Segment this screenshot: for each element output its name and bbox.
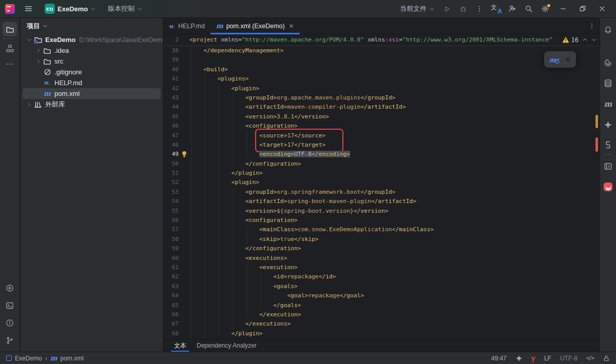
code-line[interactable]: 58 <skip>true</skip> (164, 235, 600, 244)
ai-assistant-status[interactable] (515, 355, 523, 362)
stripe-button-more-icon[interactable] (3, 57, 17, 71)
stripe-button-maven-grey-icon[interactable]: m (602, 97, 615, 111)
editor-view-tab[interactable]: Dependency Analyzer (191, 339, 262, 352)
code-line[interactable]: 40 <build> (164, 65, 600, 74)
tree-item-ExeDemo[interactable]: ExeDemoD:\WorkSpace\Java\ExeDemo (21, 34, 163, 45)
main-menu-button[interactable] (21, 2, 35, 15)
sticky-line[interactable]: 2 <project xmlns="http://maven.apache.or… (164, 34, 600, 46)
stripe-button-services-icon[interactable] (3, 281, 17, 295)
tree-item-pom.xml[interactable]: mpom.xml (21, 88, 163, 99)
caret-position[interactable]: 49:47 (491, 355, 507, 362)
code-line[interactable]: 69 </plugins> (164, 338, 600, 339)
stripe-button-endpoints-icon[interactable] (602, 138, 615, 151)
editor-tab-HELP.md[interactable]: M↓HELP.md (164, 18, 210, 34)
run-button[interactable] (439, 2, 454, 15)
editor-view-tab[interactable]: 文本 (169, 339, 191, 352)
code-line[interactable]: 38 </dependencyManagement> (164, 46, 600, 55)
code-line[interactable]: 57 <mainClass>com.snow.ExeDemoApplicatio… (164, 225, 600, 234)
code-line[interactable]: 39 (164, 55, 600, 65)
encoding-widget[interactable]: UTF-8 (560, 355, 578, 362)
debug-button[interactable] (456, 2, 470, 15)
code-line[interactable]: 61 <execution> (164, 263, 600, 272)
more-actions-button[interactable] (472, 2, 487, 15)
restore-button[interactable] (574, 2, 591, 15)
code-with-me-button[interactable] (505, 2, 519, 15)
code-line[interactable]: 47 <source>17</source> (164, 131, 600, 140)
vcs-widget[interactable]: 版本控制 (105, 3, 145, 15)
code-line[interactable]: 41 <plugins> (164, 74, 600, 84)
line-number: 55 (164, 207, 179, 216)
tree-item-.gitignore[interactable]: .gitignore (21, 67, 163, 77)
code-line[interactable]: 50 </configuration> (164, 159, 600, 169)
code-line[interactable]: 67 </executions> (164, 319, 600, 329)
code-line[interactable]: 56 <configuration> (164, 216, 600, 225)
breadcrumb-file[interactable]: pom.xml (60, 355, 83, 362)
prev-warning-button[interactable] (582, 37, 588, 43)
code-line[interactable]: 45 <version>3.8.1</version> (164, 112, 600, 122)
run-configuration-widget[interactable]: 当前文件 (397, 3, 437, 15)
tab-close-icon[interactable]: ✕ (289, 23, 294, 30)
chevron-right-icon[interactable] (34, 57, 43, 66)
editor-tab-pom.xml[interactable]: mpom.xml (ExeDemo)✕ (210, 18, 300, 34)
stripe-button-git-branch-icon[interactable] (3, 333, 17, 348)
stripe-button-lingma-icon[interactable] (602, 181, 615, 194)
line-ending-widget[interactable]: LF (544, 355, 551, 362)
code-line[interactable]: 49 <encoding>UTF-8</encoding> (164, 150, 600, 159)
translate-button[interactable]: 文A (489, 2, 503, 15)
tree-item-src[interactable]: src (21, 56, 163, 67)
editor-area: M↓HELP.mdmpom.xml (ExeDemo)✕ 2 <project … (164, 18, 600, 352)
inspections-widget[interactable]: 16 (562, 34, 596, 45)
code-line[interactable]: 63 <goals> (164, 282, 600, 291)
settings-button[interactable] (538, 2, 552, 15)
stripe-button-bell-icon[interactable] (602, 23, 615, 36)
chevron-right-icon[interactable] (34, 47, 43, 55)
project-panel-header[interactable]: 项目 (21, 18, 163, 34)
tab-options-button[interactable] (584, 18, 600, 34)
code-line[interactable]: 65 </goals> (164, 301, 600, 310)
code-line[interactable]: 43 <groupId>org.apache.maven.plugins</gr… (164, 93, 600, 103)
left-tool-stripe (0, 18, 20, 352)
tree-item-[interactable]: 外部库 (21, 99, 163, 110)
git-branch-icon (6, 336, 14, 345)
code-line[interactable]: 59 </configuration> (164, 244, 600, 253)
chevron-right-icon[interactable] (25, 100, 33, 109)
code-line[interactable]: 51 </plugin> (164, 169, 600, 178)
code-editor[interactable]: m 38 </dependencyManagement>3940 <build>… (164, 46, 600, 339)
stripe-button-folder-icon[interactable] (3, 22, 17, 36)
write-access-widget[interactable] (603, 355, 610, 362)
plugin-y-status[interactable]: y (531, 354, 535, 362)
project-widget[interactable]: ED ExeDemo (42, 2, 99, 15)
code-line[interactable]: 48 <target>17</target> (164, 140, 600, 150)
code-line[interactable]: 55 <version>${spring-boot.version}</vers… (164, 207, 600, 216)
code-line[interactable]: 60 <executions> (164, 254, 600, 263)
stripe-button-book-icon[interactable]: A (602, 159, 615, 173)
project-tree: ExeDemoD:\WorkSpace\Java\ExeDemo.ideasrc… (21, 34, 163, 110)
intention-bulb-icon[interactable] (181, 150, 189, 158)
stripe-button-spring-icon[interactable] (602, 56, 615, 69)
code-line[interactable]: 52 <plugin> (164, 178, 600, 187)
minimize-button[interactable] (554, 2, 572, 15)
tree-item-.idea[interactable]: .idea (21, 45, 163, 56)
stripe-button-problems-icon[interactable] (3, 316, 17, 330)
stripe-button-structure-icon[interactable] (3, 41, 17, 55)
next-warning-button[interactable] (591, 37, 596, 43)
stripe-button-ai-star-icon[interactable] (602, 118, 615, 131)
code-line[interactable]: 42 <plugin> (164, 84, 600, 93)
search-everywhere-button[interactable] (522, 2, 536, 15)
code-line[interactable]: 54 <artifactId>spring-boot-maven-plugin<… (164, 197, 600, 206)
code-line[interactable]: 64 <goal>repackage</goal> (164, 291, 600, 300)
code-line[interactable]: 53 <groupId>org.springframework.boot</gr… (164, 188, 600, 197)
chevron-down-icon[interactable] (25, 36, 33, 44)
code-line[interactable]: 68 </plugin> (164, 329, 600, 338)
highlighting-level-widget[interactable]: </> (586, 355, 594, 361)
tree-item-HELP.md[interactable]: M↓HELP.md (21, 77, 163, 88)
code-line[interactable]: 66 </execution> (164, 310, 600, 319)
code-line[interactable]: 46 <configuration> (164, 122, 600, 131)
code-line[interactable]: 44 <artifactId>maven-compiler-plugin</ar… (164, 103, 600, 112)
stripe-button-terminal-icon[interactable] (3, 298, 17, 313)
stripe-button-database-icon[interactable] (602, 76, 615, 90)
breadcrumb-project[interactable]: ExeDemo (15, 355, 42, 362)
code-line[interactable]: 62 <id>repackage</id> (164, 272, 600, 281)
close-button[interactable] (593, 2, 611, 15)
code-text: <encoding>UTF-8</encoding> (189, 150, 350, 159)
